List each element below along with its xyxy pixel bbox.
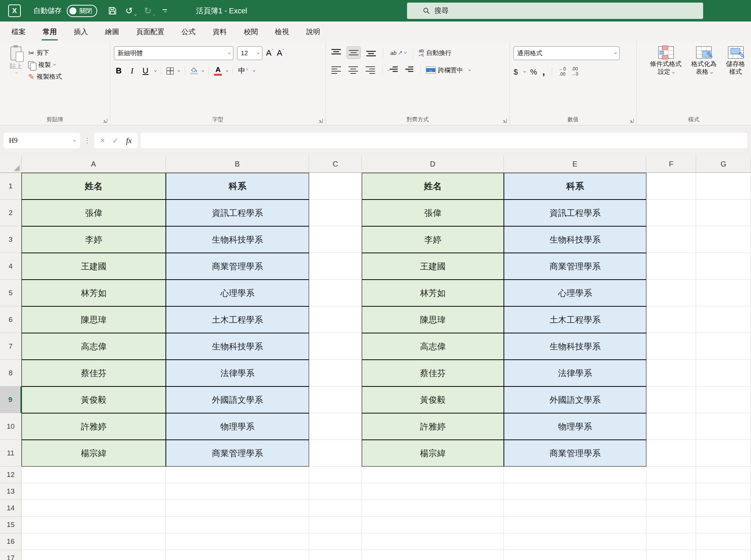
cell-G16[interactable] [696, 533, 751, 550]
undo-button[interactable]: ↺ [125, 6, 136, 16]
cell-C4[interactable] [309, 253, 362, 280]
select-all-corner[interactable] [0, 156, 22, 172]
cell-A7[interactable]: 高志偉 [22, 333, 165, 360]
cell-F3[interactable] [646, 226, 696, 253]
cell-B15[interactable] [166, 517, 309, 533]
cell-C3[interactable] [309, 226, 362, 253]
decrease-indent-button[interactable]: ← [388, 64, 400, 76]
underline-button[interactable]: U [141, 66, 150, 76]
cell-G3[interactable] [696, 226, 751, 253]
cell-C12[interactable] [309, 467, 362, 483]
column-header-E[interactable]: E [504, 156, 647, 172]
formula-input[interactable] [141, 133, 747, 148]
cell-E11[interactable]: 商業管理學系 [504, 440, 647, 467]
cell-F11[interactable] [646, 440, 696, 467]
tab-6[interactable]: 資料 [204, 22, 235, 42]
cell-B5[interactable]: 心理學系 [166, 280, 309, 306]
row-header-9[interactable]: 9 [0, 386, 22, 413]
column-header-A[interactable]: A [22, 156, 165, 172]
cell-E1[interactable]: 科系 [504, 173, 647, 200]
increase-font-button[interactable]: Aˆ [266, 48, 273, 58]
cell-G15[interactable] [696, 517, 751, 533]
cell-F2[interactable] [646, 200, 696, 226]
formula-bar-handle[interactable]: ⋮ [84, 136, 91, 145]
cell-F1[interactable] [646, 173, 696, 200]
cell-G4[interactable] [696, 253, 751, 280]
align-middle-button[interactable] [347, 46, 361, 59]
cell-F9[interactable] [646, 386, 696, 413]
cell-D2[interactable]: 張偉 [362, 200, 504, 226]
row-header-16[interactable]: 16 [0, 533, 22, 550]
cancel-icon[interactable]: × [100, 136, 105, 145]
cell-D12[interactable] [362, 467, 504, 483]
tab-9[interactable]: 說明 [298, 22, 329, 42]
tab-file[interactable]: 檔案 [3, 22, 34, 42]
cell-E14[interactable] [504, 500, 647, 517]
cell-F13[interactable] [646, 483, 696, 500]
cell-B10[interactable]: 物理學系 [166, 413, 309, 440]
cell-D6[interactable]: 陳思瑋 [362, 306, 504, 333]
borders-button[interactable] [167, 67, 174, 75]
dialog-launcher-icon[interactable] [319, 119, 323, 123]
cell-C17[interactable] [309, 550, 362, 560]
cell-F4[interactable] [646, 253, 696, 280]
cell-E5[interactable]: 心理學系 [504, 280, 647, 306]
cell-G11[interactable] [696, 440, 751, 467]
row-header-2[interactable]: 2 [0, 200, 22, 226]
tab-5[interactable]: 公式 [173, 22, 204, 42]
search-box[interactable]: 搜尋 [407, 3, 703, 19]
cell-D8[interactable]: 蔡佳芬 [362, 360, 504, 386]
tab-1[interactable]: 常用 [34, 22, 65, 42]
cell-E6[interactable]: 土木工程學系 [504, 306, 647, 333]
cell-B17[interactable] [166, 550, 309, 560]
cell-E4[interactable]: 商業管理學系 [504, 253, 647, 280]
cell-A4[interactable]: 王建國 [22, 253, 165, 280]
cell-styles-button[interactable]: ✎ 儲存格 樣式 [726, 46, 745, 76]
merge-center-button[interactable]: ↔ 跨欄置中 [426, 66, 470, 75]
cell-B4[interactable]: 商業管理學系 [166, 253, 309, 280]
decrease-font-button[interactable]: Aˇ [277, 48, 284, 58]
comma-format-button[interactable]: , [542, 66, 545, 78]
cell-C9[interactable] [309, 386, 362, 413]
cell-A15[interactable] [22, 517, 165, 533]
chevron-down-icon[interactable] [253, 69, 256, 72]
cell-A12[interactable] [22, 467, 165, 483]
cell-D10[interactable]: 許雅婷 [362, 413, 504, 440]
format-as-table-button[interactable]: ✎ 格式化為 表格 [691, 46, 716, 76]
cell-C13[interactable] [309, 483, 362, 500]
format-painter-button[interactable]: ✎ 複製格式 [28, 72, 62, 81]
cell-G14[interactable] [696, 500, 751, 517]
row-header-6[interactable]: 6 [0, 306, 22, 333]
cell-B3[interactable]: 生物科技學系 [166, 226, 309, 253]
excel-app-icon[interactable]: X [8, 4, 21, 17]
cell-G10[interactable] [696, 413, 751, 440]
row-header-10[interactable]: 10 [0, 413, 22, 440]
cell-B6[interactable]: 土木工程學系 [166, 306, 309, 333]
cell-D15[interactable] [362, 517, 504, 533]
cell-E17[interactable] [504, 550, 647, 560]
cell-C2[interactable] [309, 200, 362, 226]
cell-C14[interactable] [309, 500, 362, 517]
currency-format-button[interactable]: $ [514, 67, 518, 76]
cell-G9[interactable] [696, 386, 751, 413]
autosave-toggle[interactable]: 關閉 [67, 5, 97, 17]
cell-E10[interactable]: 物理學系 [504, 413, 647, 440]
orientation-button[interactable]: ab↗ [388, 48, 408, 57]
chevron-down-icon[interactable] [177, 69, 180, 72]
cell-B11[interactable]: 商業管理學系 [166, 440, 309, 467]
cell-F16[interactable] [646, 533, 696, 550]
name-box[interactable]: H9 [4, 133, 80, 148]
cell-D16[interactable] [362, 533, 504, 550]
font-color-button[interactable]: A [214, 66, 222, 76]
row-header-4[interactable]: 4 [0, 253, 22, 280]
cell-D13[interactable] [362, 483, 504, 500]
cell-B14[interactable] [166, 500, 309, 517]
cell-A13[interactable] [22, 483, 165, 500]
cell-C5[interactable] [309, 280, 362, 306]
cell-A5[interactable]: 林芳如 [22, 280, 165, 306]
cell-E7[interactable]: 生物科技學系 [504, 333, 647, 360]
column-header-C[interactable]: C [309, 156, 362, 172]
cell-F6[interactable] [646, 306, 696, 333]
phonetic-guide-button[interactable]: 中ㄆ [238, 66, 249, 76]
cell-A9[interactable]: 黃俊毅 [22, 386, 165, 413]
